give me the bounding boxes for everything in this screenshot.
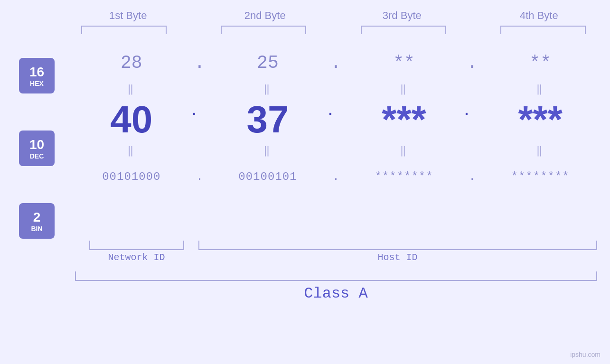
bin-number: 2: [33, 210, 41, 225]
watermark: ipshu.com: [570, 351, 601, 358]
dec-number: 10: [29, 137, 44, 152]
eq-hex-dec-4: ‖: [536, 84, 544, 95]
dec-badge: 10 DEC: [19, 131, 55, 166]
dec-dot1: .: [190, 104, 198, 119]
bin-dot1: .: [196, 170, 203, 183]
dec-byte2: 37: [246, 98, 289, 140]
host-id-label: Host ID: [377, 252, 417, 263]
bin-dot2: .: [332, 170, 339, 183]
eq-dec-bin-4: ‖: [536, 145, 544, 157]
bin-byte1: 00101000: [102, 170, 160, 183]
hex-byte2: 25: [257, 53, 279, 73]
hex-dot1: .: [194, 53, 205, 73]
hex-number: 16: [29, 65, 44, 80]
dec-byte1: 40: [110, 98, 152, 140]
bin-byte4: ********: [511, 170, 570, 183]
bin-byte2: 00100101: [238, 170, 297, 183]
bin-dot3: .: [469, 170, 475, 183]
bin-label: BIN: [31, 225, 42, 233]
hex-badge: 16 HEX: [19, 58, 55, 93]
hex-byte3: **: [393, 53, 415, 73]
dec-dot2: .: [326, 104, 334, 119]
dec-dot3: .: [463, 104, 471, 119]
eq-hex-dec-3: ‖: [400, 84, 408, 95]
hex-dot2: .: [330, 53, 341, 73]
hex-dot3: .: [467, 53, 478, 73]
dec-label: DEC: [30, 152, 44, 160]
eq-dec-bin-2: ‖: [263, 145, 272, 157]
bracket-byte1: [81, 26, 167, 34]
hex-byte1: 28: [121, 53, 142, 73]
dec-byte3: ***: [382, 98, 426, 140]
byte2-header: 2nd Byte: [213, 9, 317, 22]
eq-dec-bin-1: ‖: [127, 145, 135, 157]
bracket-network-id: [89, 241, 184, 250]
bracket-host-id: [198, 241, 597, 250]
bin-badge: 2 BIN: [19, 203, 55, 239]
byte4-header: 4th Byte: [487, 9, 591, 22]
hex-label: HEX: [30, 80, 44, 87]
bracket-class-a: [75, 271, 597, 281]
class-label: Class A: [304, 285, 367, 302]
bracket-byte2: [221, 26, 306, 34]
dec-byte4: ***: [518, 98, 562, 140]
bracket-byte4: [500, 26, 586, 34]
network-id-label: Network ID: [108, 252, 165, 263]
eq-hex-dec-1: ‖: [127, 84, 135, 95]
byte1-header: 1st Byte: [76, 9, 180, 22]
eq-hex-dec-2: ‖: [263, 84, 272, 95]
eq-dec-bin-3: ‖: [400, 145, 408, 157]
bracket-byte3: [361, 26, 446, 34]
byte3-header: 3rd Byte: [350, 9, 454, 22]
hex-byte4: **: [529, 53, 551, 73]
bin-byte3: ********: [375, 170, 433, 183]
